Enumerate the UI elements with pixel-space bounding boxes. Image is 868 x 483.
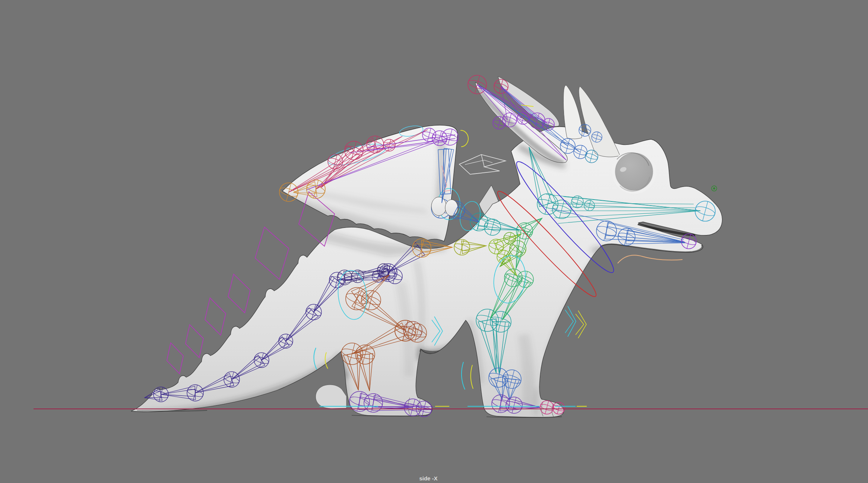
svg-text:side -X: side -X xyxy=(419,475,437,482)
